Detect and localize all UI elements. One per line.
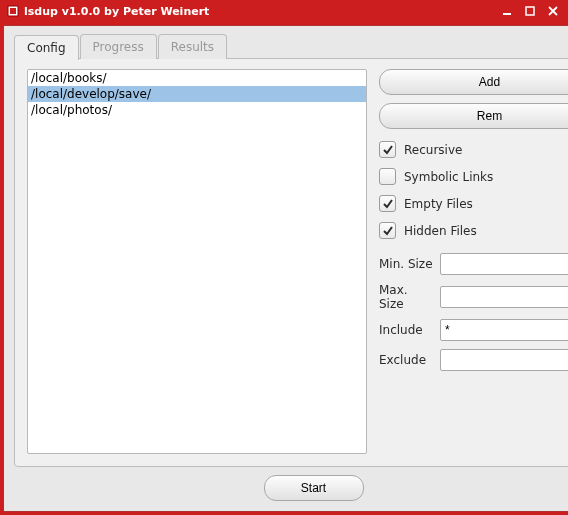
minimize-button[interactable] [496,2,518,20]
max-size-label: Max. Size [379,283,434,311]
list-item[interactable]: /local/books/ [28,70,366,86]
max-size-input[interactable] [440,286,568,308]
app-icon [6,4,20,18]
rem-button[interactable]: Rem [379,103,568,129]
svg-rect-1 [10,8,16,14]
titlebar: lsdup v1.0.0 by Peter Weinert [0,0,568,22]
tab-progress[interactable]: Progress [80,34,157,59]
empty-files-checkbox[interactable] [379,195,396,212]
tab-panel-config: /local/books//local/develop/save//local/… [14,58,568,467]
symlinks-checkbox[interactable] [379,168,396,185]
hidden-files-label: Hidden Files [404,224,477,238]
exclude-input[interactable] [440,349,568,371]
exclude-label: Exclude [379,353,434,367]
window-title: lsdup v1.0.0 by Peter Weinert [24,5,495,18]
min-size-label: Min. Size [379,257,434,271]
list-item[interactable]: /local/develop/save/ [28,86,366,102]
hidden-files-checkbox[interactable] [379,222,396,239]
include-label: Include [379,323,434,337]
empty-files-label: Empty Files [404,197,473,211]
recursive-label: Recursive [404,143,462,157]
recursive-checkbox[interactable] [379,141,396,158]
tab-config[interactable]: Config [14,35,79,60]
tab-results[interactable]: Results [158,34,227,59]
maximize-button[interactable] [519,2,541,20]
close-button[interactable] [542,2,564,20]
paths-listbox[interactable]: /local/books//local/develop/save//local/… [27,69,367,454]
tabbar: Config Progress Results [14,34,568,59]
svg-rect-2 [503,13,511,15]
include-input[interactable] [440,319,568,341]
add-button[interactable]: Add [379,69,568,95]
symlinks-label: Symbolic Links [404,170,493,184]
list-item[interactable]: /local/photos/ [28,102,366,118]
svg-rect-3 [526,7,534,15]
start-button[interactable]: Start [264,475,364,501]
min-size-input[interactable] [440,253,568,275]
